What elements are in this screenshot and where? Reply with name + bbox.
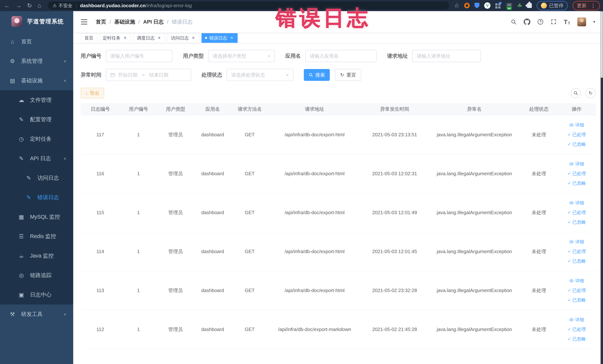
font-size-icon[interactable]: TT xyxy=(564,19,570,25)
mark-processed-link[interactable]: ✓已处理 xyxy=(557,247,596,256)
extension-grid-icon[interactable] xyxy=(495,3,501,9)
view-detail-link[interactable]: 详细 xyxy=(557,237,596,247)
breadcrumb-item-api-log[interactable]: API 日志 xyxy=(143,18,164,25)
mark-processed-link[interactable]: ✓已处理 xyxy=(557,130,596,140)
eye-icon xyxy=(569,201,574,205)
toggle-search-button[interactable] xyxy=(571,88,581,98)
request-url-input[interactable]: 请输入请求地址 xyxy=(412,50,481,62)
close-icon[interactable]: × xyxy=(191,35,196,40)
sidebar-item-error-log[interactable]: ✎错误日志 xyxy=(0,188,73,207)
chevron-down-icon[interactable]: ▾ xyxy=(593,20,595,24)
view-detail-link[interactable]: 详细 xyxy=(557,120,596,130)
mark-processed-link[interactable]: ✓已处理 xyxy=(557,169,596,178)
sidebar-item-mysql-monitor[interactable]: ▦MySQL 监控 xyxy=(0,207,73,227)
avatar[interactable] xyxy=(577,17,586,26)
exception-time-range-input[interactable]: 开始日期 ~ 结束日期 xyxy=(106,69,191,81)
close-icon[interactable]: × xyxy=(157,35,162,40)
close-icon[interactable]: × xyxy=(229,35,234,40)
breadcrumb-item-infrastructure[interactable]: 基础设施 xyxy=(114,18,135,25)
export-button-label: 导出 xyxy=(90,90,99,96)
extension-on-badge-icon[interactable]: on xyxy=(506,3,512,8)
hamburger-icon[interactable] xyxy=(81,19,87,24)
browser-home-button[interactable]: ⌂ xyxy=(38,3,41,9)
tab-scheduled-task[interactable]: 定时任务× xyxy=(99,33,131,43)
cell-method: GET xyxy=(231,232,268,271)
browser-reload-button[interactable]: ↻ xyxy=(27,3,32,9)
action-label: 详细 xyxy=(575,120,584,130)
mark-processed-link[interactable]: ✓已处理 xyxy=(557,208,596,217)
column-header-user_type: 用户类型 xyxy=(157,103,194,115)
mark-ignored-link[interactable]: ✓已忽略 xyxy=(557,334,596,344)
view-detail-link[interactable]: 详细 xyxy=(557,276,596,286)
extension-orange-icon[interactable] xyxy=(464,3,470,8)
reset-button[interactable]: ↻ 重置 xyxy=(335,69,361,81)
paused-badge[interactable]: 已暂停 xyxy=(537,1,568,10)
mark-ignored-link[interactable]: ✓已忽略 xyxy=(557,217,596,227)
cell-app_name: dashboard xyxy=(194,193,231,232)
help-icon[interactable] xyxy=(537,19,544,25)
mark-ignored-link[interactable]: ✓已忽略 xyxy=(557,140,596,149)
github-icon[interactable] xyxy=(524,19,530,25)
filter-actions: 搜索 ↻ 重置 xyxy=(304,69,361,81)
sidebar-item-trace[interactable]: ◎链路追踪 xyxy=(0,266,73,285)
tab-access-log[interactable]: 访问日志× xyxy=(167,33,199,43)
window-scrollbar[interactable] xyxy=(601,11,603,364)
sidebar-item-redis-monitor[interactable]: ☰Redis 监控 xyxy=(0,227,73,246)
api-log-icon: ✎ xyxy=(17,155,26,162)
mark-processed-link[interactable]: ✓已处理 xyxy=(557,286,596,295)
mark-ignored-link[interactable]: ✓已忽略 xyxy=(557,256,596,266)
mark-ignored-link[interactable]: ✓已忽略 xyxy=(557,178,596,188)
app-name-input[interactable]: 请输入应用名 xyxy=(305,50,377,62)
view-detail-link[interactable]: 详细 xyxy=(557,159,596,169)
sidebar-item-infrastructure[interactable]: ▤基础设施∧ xyxy=(0,71,73,90)
sidebar-item-config-management[interactable]: ✎配置管理 xyxy=(0,110,73,129)
breadcrumb-item-home[interactable]: 首页 xyxy=(96,18,106,25)
tab-job-log[interactable]: 调度日志× xyxy=(133,33,165,43)
extensions-puzzle-icon[interactable] xyxy=(527,3,532,8)
export-button[interactable]: ↓ 导出 xyxy=(81,88,104,98)
address-bar[interactable]: ⚠ 不安全 dashboard.yudao.iocoder.cn /infra/… xyxy=(48,1,449,10)
sidebar-item-dev-tools[interactable]: ⚒研发工具∨ xyxy=(0,305,73,324)
sidebar-item-home[interactable]: ⌂首页 xyxy=(0,32,73,51)
mark-processed-link[interactable]: ✓已处理 xyxy=(557,325,596,334)
user-type-select[interactable]: 请选择用户类型 ∨ xyxy=(208,50,275,62)
cell-app_name: dashboard xyxy=(194,154,231,193)
refresh-icon: ↻ xyxy=(340,72,344,77)
sidebar-item-api-log[interactable]: ✎API 日志∧ xyxy=(0,149,73,168)
process-status-select[interactable]: 请选择处理状态 ∨ xyxy=(227,69,293,81)
extension-plant-icon[interactable]: ☘ xyxy=(517,2,522,9)
browser-menu-icon[interactable]: ⋮ xyxy=(591,3,596,9)
view-detail-link[interactable]: 详细 xyxy=(557,315,596,325)
update-badge[interactable]: 更新 ⋮ xyxy=(573,1,600,10)
cell-status: 未处理 xyxy=(520,271,557,310)
sidebar-logo-row[interactable]: 芋道管理系统 xyxy=(0,11,73,32)
tab-home[interactable]: 首页 xyxy=(81,33,97,43)
java-icon: ☕ xyxy=(17,253,26,259)
cell-user_type: 管理员 xyxy=(157,115,194,154)
user-id-input[interactable]: 请输入用户编号 xyxy=(106,50,173,62)
search-button[interactable]: 搜索 xyxy=(304,69,330,81)
sidebar-item-system-management[interactable]: ⚙系统管理∨ xyxy=(0,51,73,71)
sidebar-item-access-log[interactable]: ✎访问日志 xyxy=(0,168,73,188)
fullscreen-icon[interactable] xyxy=(551,19,557,25)
extension-v-icon[interactable]: V xyxy=(484,2,490,9)
cell-exception: java.lang.IllegalArgumentException xyxy=(428,310,520,349)
file-manage-icon: ☁ xyxy=(17,97,26,103)
select-caret-icon: ∨ xyxy=(286,73,289,77)
close-icon[interactable]: × xyxy=(123,35,128,40)
search-icon[interactable] xyxy=(511,19,517,25)
sidebar-item-log-center[interactable]: ▣日志中心 xyxy=(0,285,73,305)
browser-forward-button[interactable]: → xyxy=(16,3,22,9)
scrollbar-thumb[interactable] xyxy=(601,11,603,78)
mark-ignored-link[interactable]: ✓已忽略 xyxy=(557,295,596,305)
bookmark-star-icon[interactable]: ☆ xyxy=(454,2,459,9)
view-detail-link[interactable]: 详细 xyxy=(557,198,596,208)
sidebar-item-scheduled-task[interactable]: ◷定时任务 xyxy=(0,129,73,149)
browser-back-button[interactable]: ← xyxy=(4,3,10,9)
sidebar-item-java-monitor[interactable]: ☕Java 监控 xyxy=(0,246,73,266)
security-label[interactable]: 不安全 xyxy=(58,3,72,9)
sidebar-item-file-management[interactable]: ☁文件管理 xyxy=(0,90,73,110)
refresh-table-button[interactable]: ↻ xyxy=(586,88,596,98)
tab-error-log[interactable]: 错误日志× xyxy=(201,33,238,43)
extension-shield-icon[interactable] xyxy=(475,3,479,8)
